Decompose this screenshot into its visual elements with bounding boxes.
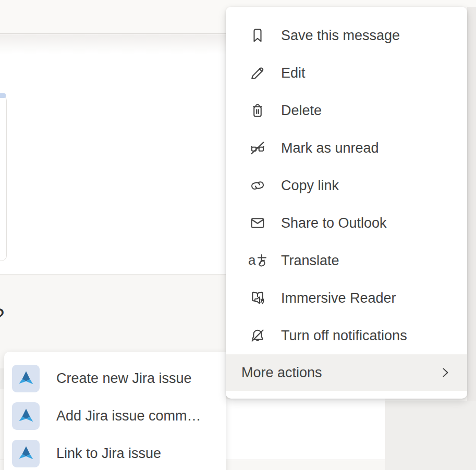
menu-item-label: Edit bbox=[281, 65, 306, 81]
menu-item-immersive-reader[interactable]: Immersive Reader bbox=[226, 279, 467, 317]
immersive-reader-icon bbox=[250, 290, 265, 306]
more-actions-label: More actions bbox=[241, 365, 322, 381]
svg-text:a: a bbox=[248, 253, 256, 268]
jira-app-badge bbox=[12, 402, 40, 430]
menu-item-turn-off-notifications[interactable]: Turn off notifications bbox=[226, 317, 467, 354]
glasses-off-icon bbox=[250, 140, 265, 156]
jira-icon bbox=[17, 444, 35, 462]
menu-item-label: Turn off notifications bbox=[281, 328, 407, 344]
menu-item-more-actions[interactable]: More actions bbox=[226, 354, 467, 391]
right-background-strip bbox=[467, 7, 476, 470]
trash-icon bbox=[250, 103, 265, 118]
bookmark-icon bbox=[250, 28, 265, 43]
left-edge-divider bbox=[0, 460, 4, 460]
mail-icon bbox=[250, 215, 265, 231]
menu-item-label: Immersive Reader bbox=[281, 290, 396, 306]
clipped-message-card bbox=[0, 95, 7, 261]
menu-item-label: Copy link bbox=[281, 178, 339, 194]
submenu-item-label: Create new Jira issue bbox=[56, 370, 192, 387]
menu-item-edit[interactable]: Edit bbox=[226, 54, 467, 92]
clipped-message-text: ? bbox=[0, 304, 4, 328]
chevron-right-icon bbox=[439, 366, 451, 379]
compose-panel bbox=[226, 399, 385, 460]
submenu-item-label: Link to Jira issue bbox=[56, 446, 161, 462]
menu-item-label: Mark as unread bbox=[281, 140, 379, 156]
submenu-item-link-jira-issue[interactable]: Link to Jira issue bbox=[4, 435, 226, 470]
menu-item-label: Save this message bbox=[281, 28, 400, 44]
menu-item-label: Translate bbox=[281, 253, 339, 269]
pencil-icon bbox=[250, 65, 265, 81]
menu-item-delete[interactable]: Delete bbox=[226, 92, 467, 129]
jira-app-badge bbox=[12, 440, 40, 467]
submenu-item-add-jira-comment[interactable]: Add Jira issue comm… bbox=[4, 397, 226, 435]
menu-item-mark-unread[interactable]: Mark as unread bbox=[226, 129, 467, 167]
submenu-item-create-jira-issue[interactable]: Create new Jira issue bbox=[4, 360, 226, 397]
jira-icon bbox=[17, 407, 35, 425]
menu-item-save-message[interactable]: Save this message bbox=[226, 17, 467, 54]
link-icon bbox=[250, 178, 265, 193]
menu-item-copy-link[interactable]: Copy link bbox=[226, 167, 467, 204]
menu-item-translate[interactable]: a Translate bbox=[226, 242, 467, 279]
jira-icon bbox=[17, 369, 35, 387]
jira-submenu: Create new Jira issue Add Jira issue com… bbox=[4, 352, 226, 470]
left-edge-artifact bbox=[0, 368, 4, 389]
menu-item-label: Share to Outlook bbox=[281, 215, 387, 231]
menu-item-label: Delete bbox=[281, 103, 322, 119]
bell-off-icon bbox=[250, 328, 265, 343]
translate-icon: a bbox=[248, 253, 267, 268]
submenu-item-label: Add Jira issue comm… bbox=[56, 408, 201, 424]
clipped-blue-accent bbox=[0, 93, 6, 98]
message-context-menu: Save this message Edit Delete Mark as un… bbox=[226, 7, 467, 399]
bottom-right-background bbox=[385, 401, 476, 470]
jira-app-badge bbox=[12, 365, 40, 392]
menu-item-share-outlook[interactable]: Share to Outlook bbox=[226, 204, 467, 242]
